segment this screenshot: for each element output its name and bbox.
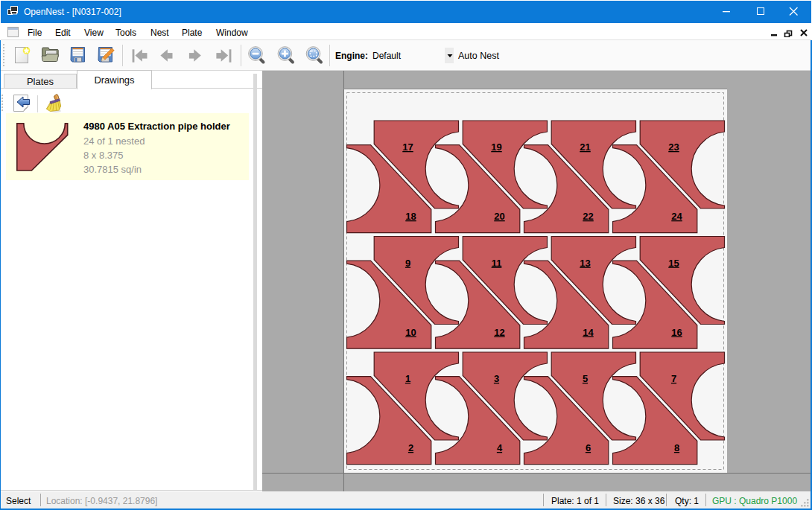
svg-text:10: 10 xyxy=(405,327,416,338)
svg-text:7: 7 xyxy=(671,373,676,384)
svg-text:12: 12 xyxy=(494,327,504,338)
svg-text:16: 16 xyxy=(671,327,682,338)
svg-text:22: 22 xyxy=(583,211,593,222)
svg-text:24: 24 xyxy=(671,211,682,222)
svg-text:18: 18 xyxy=(405,211,416,222)
svg-text:23: 23 xyxy=(668,141,679,153)
svg-text:17: 17 xyxy=(402,141,413,153)
svg-text:4: 4 xyxy=(497,442,503,453)
svg-text:6: 6 xyxy=(586,442,591,453)
svg-text:20: 20 xyxy=(494,211,504,222)
svg-text:13: 13 xyxy=(580,258,590,269)
svg-text:21: 21 xyxy=(580,141,590,153)
svg-text:8: 8 xyxy=(674,442,679,453)
svg-text:11: 11 xyxy=(492,258,502,269)
svg-text:5: 5 xyxy=(583,373,588,384)
svg-text:9: 9 xyxy=(405,258,410,269)
svg-text:14: 14 xyxy=(583,327,594,338)
svg-text:1: 1 xyxy=(405,373,410,384)
svg-text:15: 15 xyxy=(668,258,679,269)
svg-text:2: 2 xyxy=(408,442,413,453)
svg-text:19: 19 xyxy=(491,141,501,153)
svg-text:3: 3 xyxy=(494,373,499,384)
